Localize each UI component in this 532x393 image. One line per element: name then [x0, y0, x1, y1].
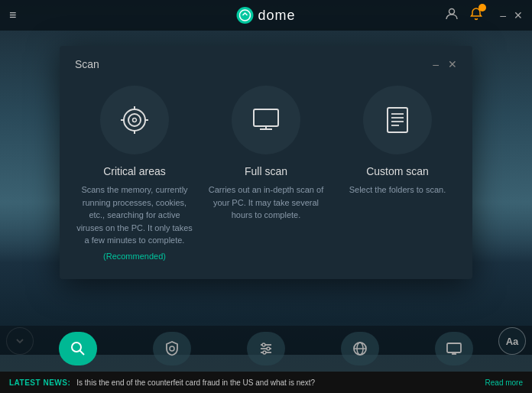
notification-badge — [478, 4, 486, 11]
svg-point-0 — [239, 10, 250, 21]
svg-point-4 — [133, 119, 137, 122]
news-text: Is this the end of the counterfeit card … — [76, 378, 478, 387]
scan-options-container: Critical areas Scans the memory, current… — [75, 86, 457, 261]
nav-aa-button[interactable]: Aa — [498, 327, 526, 355]
user-icon[interactable] — [445, 7, 459, 24]
full-scan-desc: Carries out an in-depth scan of your PC.… — [206, 184, 326, 222]
scan-modal: Scan – ✕ — [60, 46, 472, 279]
critical-areas-icon-circle — [100, 86, 169, 154]
topbar-right: – ✕ — [445, 7, 523, 24]
svg-rect-29 — [447, 343, 461, 352]
svg-point-2 — [124, 109, 145, 131]
custom-scan-title: Custom scan — [366, 165, 429, 177]
navbar — [0, 326, 532, 372]
svg-point-23 — [262, 343, 265, 346]
custom-scan-icon-circle — [363, 86, 432, 154]
svg-point-25 — [263, 351, 266, 354]
window-controls: – ✕ — [500, 9, 523, 21]
critical-areas-title: Critical areas — [103, 165, 166, 177]
full-scan-title: Full scan — [245, 165, 287, 177]
logo-icon — [236, 7, 253, 24]
critical-areas-option[interactable]: Critical areas Scans the memory, current… — [75, 86, 194, 261]
nav-scan-button[interactable] — [59, 332, 97, 365]
modal-minimize-button[interactable]: – — [433, 58, 439, 70]
svg-point-1 — [449, 9, 455, 15]
svg-line-18 — [79, 351, 84, 356]
svg-rect-12 — [388, 108, 407, 132]
nav-shield-button[interactable] — [153, 332, 191, 365]
modal-header: Scan – ✕ — [75, 58, 457, 70]
logo-area: dome — [236, 7, 295, 24]
svg-point-3 — [128, 114, 141, 126]
close-button[interactable]: ✕ — [514, 9, 523, 21]
read-more-link[interactable]: Read more — [485, 378, 523, 387]
critical-areas-desc: Scans the memory, currently running proc… — [75, 184, 194, 247]
custom-scan-option[interactable]: Custom scan Select the folders to scan. — [338, 86, 457, 261]
full-scan-option[interactable]: Full scan Carries out an in-depth scan o… — [206, 86, 326, 261]
hamburger-menu-icon[interactable]: ≡ — [9, 8, 16, 22]
bottombar: LATEST NEWS: Is this the end of the coun… — [0, 372, 532, 393]
minimize-button[interactable]: – — [500, 9, 506, 21]
svg-point-17 — [72, 343, 81, 352]
topbar: ≡ dome – ✕ — [0, 0, 532, 31]
modal-title: Scan — [75, 58, 99, 70]
svg-point-19 — [170, 346, 174, 351]
aa-label: Aa — [506, 336, 519, 347]
modal-controls: – ✕ — [433, 58, 457, 70]
svg-rect-9 — [254, 109, 278, 126]
news-label: LATEST NEWS: — [9, 378, 70, 387]
custom-scan-desc: Select the folders to scan. — [349, 184, 446, 196]
full-scan-icon-circle — [232, 86, 300, 154]
app-title: dome — [258, 8, 295, 24]
nav-settings-button[interactable] — [247, 332, 285, 365]
nav-globe-button[interactable] — [341, 332, 379, 365]
nav-monitor-button[interactable] — [435, 332, 473, 365]
modal-overlay: Scan – ✕ — [0, 31, 532, 326]
modal-close-button[interactable]: ✕ — [448, 58, 457, 70]
notification-icon[interactable] — [469, 7, 483, 24]
critical-areas-recommended: (Recommended) — [103, 252, 166, 261]
svg-point-24 — [267, 347, 270, 350]
